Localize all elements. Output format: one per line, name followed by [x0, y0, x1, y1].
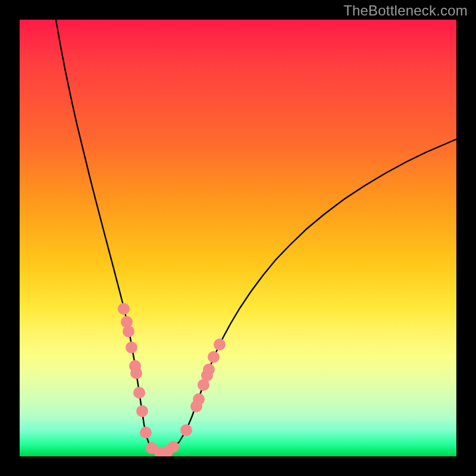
chart-frame: TheBottleneck.com [0, 0, 476, 476]
plot-area [20, 20, 456, 456]
gradient-background [20, 20, 456, 456]
watermark-text: TheBottleneck.com [343, 2, 468, 19]
